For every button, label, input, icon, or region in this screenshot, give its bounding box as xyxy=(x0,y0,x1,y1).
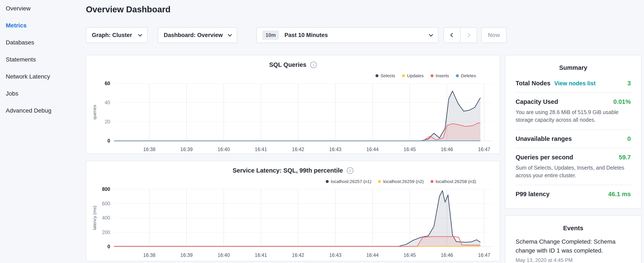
dashboard-label: Dashboard: Overview xyxy=(164,32,223,39)
chevron-right-icon xyxy=(466,33,470,37)
p99-latency-label: P99 latency xyxy=(516,191,550,198)
service-latency-panel: Service Latency: SQL, 99th percentile i … xyxy=(86,161,500,261)
sidebar-nav: Overview Metrics Databases Statements Ne… xyxy=(0,0,81,263)
admin-ui-root: Overview Metrics Databases Statements Ne… xyxy=(0,0,644,263)
sidebar-item-databases[interactable]: Databases xyxy=(6,34,81,51)
chevron-down-icon xyxy=(138,32,142,37)
svg-text:16:43: 16:43 xyxy=(329,252,342,258)
chevron-down-icon xyxy=(228,32,232,37)
svg-text:queries: queries xyxy=(92,105,97,120)
time-range-label: Past 10 Minutes xyxy=(284,32,328,39)
summary-body: Total Nodes View nodes list 3 Capacity U… xyxy=(506,74,641,203)
svg-text:16:39: 16:39 xyxy=(180,147,193,152)
svg-text:16:42: 16:42 xyxy=(292,147,304,152)
svg-text:16:38: 16:38 xyxy=(143,252,156,258)
capacity-used-description: You are using 28.6 MiB of 515.9 GiB usab… xyxy=(516,108,631,124)
sidebar-item-statements[interactable]: Statements xyxy=(6,51,81,68)
events-panel: Events Schema Change Completed: Schema c… xyxy=(505,215,642,263)
svg-text:600: 600 xyxy=(102,201,110,206)
sidebar-item-overview[interactable]: Overview xyxy=(6,0,81,17)
events-title: Events xyxy=(506,216,641,235)
event-message: Schema Change Completed: Schema change w… xyxy=(516,237,631,255)
svg-text:16:41: 16:41 xyxy=(255,252,267,258)
summary-title: Summary xyxy=(506,55,641,74)
summary-row-capacity-used: Capacity Used 0.01% You are using 28.6 M… xyxy=(516,93,631,130)
svg-text:60: 60 xyxy=(104,81,110,86)
capacity-used-value: 0.01% xyxy=(614,98,631,105)
sidebar-item-metrics[interactable]: Metrics xyxy=(6,17,81,34)
svg-text:0: 0 xyxy=(107,244,110,249)
svg-text:16:41: 16:41 xyxy=(255,147,267,152)
time-range-badge: 10m xyxy=(262,31,279,40)
svg-text:16:40: 16:40 xyxy=(218,147,230,152)
svg-text:20: 20 xyxy=(104,119,110,124)
svg-text:200: 200 xyxy=(102,229,110,235)
event-timestamp: May 13, 2020 at 4:45 PM xyxy=(516,257,631,263)
time-back-button[interactable] xyxy=(444,27,460,43)
svg-text:0: 0 xyxy=(107,138,110,144)
view-nodes-list-link[interactable]: View nodes list xyxy=(554,80,596,87)
sidebar-item-advanced-debug[interactable]: Advanced Debug xyxy=(6,102,81,119)
chevron-down-icon xyxy=(429,32,433,37)
time-range-dropdown[interactable]: 10m Past 10 Minutes xyxy=(256,27,438,43)
time-forward-button[interactable] xyxy=(460,27,477,43)
sql-queries-panel: SQL Queries i SelectsUpdatesInsertsDelet… xyxy=(86,55,500,154)
graph-scope-label: Graph: Cluster xyxy=(92,32,132,39)
time-pager xyxy=(444,27,477,43)
dashboard-dropdown[interactable]: Dashboard: Overview xyxy=(158,27,237,43)
summary-row-p99-latency: P99 latency 46.1 ms xyxy=(516,185,631,203)
svg-text:40: 40 xyxy=(104,100,110,105)
svg-text:latency (ms): latency (ms) xyxy=(92,206,97,230)
svg-text:16:47: 16:47 xyxy=(478,147,490,152)
now-button-label: Now xyxy=(488,32,500,39)
page-title: Overview Dashboard xyxy=(86,5,170,14)
qps-description: Sum of Selects, Updates, Inserts, and De… xyxy=(516,164,631,179)
svg-text:16:46: 16:46 xyxy=(441,147,453,152)
capacity-used-label: Capacity Used xyxy=(516,98,558,105)
svg-text:16:43: 16:43 xyxy=(329,147,342,152)
svg-text:16:45: 16:45 xyxy=(404,252,416,258)
svg-text:16:38: 16:38 xyxy=(143,147,156,152)
svg-text:16:46: 16:46 xyxy=(441,252,453,258)
svg-text:16:45: 16:45 xyxy=(404,147,416,152)
svg-text:400: 400 xyxy=(102,215,110,221)
svg-text:16:40: 16:40 xyxy=(218,252,230,258)
sql-queries-chart: 020406016:3816:3916:4016:4116:4216:4316:… xyxy=(86,55,500,153)
sidebar-item-jobs[interactable]: Jobs xyxy=(6,85,81,102)
p99-latency-value: 46.1 ms xyxy=(608,191,631,198)
svg-text:16:42: 16:42 xyxy=(292,252,304,258)
now-button[interactable]: Now xyxy=(481,27,506,43)
unavailable-ranges-value: 0 xyxy=(628,135,631,142)
svg-text:800: 800 xyxy=(102,186,110,192)
total-nodes-value: 3 xyxy=(628,80,631,87)
unavailable-ranges-label: Unavailable ranges xyxy=(516,135,572,142)
svg-text:16:44: 16:44 xyxy=(366,252,379,258)
summary-row-total-nodes: Total Nodes View nodes list 3 xyxy=(516,74,631,93)
svg-text:16:47: 16:47 xyxy=(478,252,490,258)
svg-text:16:39: 16:39 xyxy=(180,252,193,258)
qps-label: Queries per second xyxy=(516,154,573,161)
svg-text:16:44: 16:44 xyxy=(366,147,379,152)
summary-row-queries-per-second: Queries per second 59.7 Sum of Selects, … xyxy=(516,148,631,185)
summary-panel: Summary Total Nodes View nodes list 3 Ca… xyxy=(505,55,642,209)
service-latency-chart: 020040060080016:3816:3916:4016:4116:4216… xyxy=(86,161,500,261)
sidebar-item-network-latency[interactable]: Network Latency xyxy=(6,68,81,85)
graph-scope-dropdown[interactable]: Graph: Cluster xyxy=(86,27,148,43)
qps-value: 59.7 xyxy=(619,154,631,161)
event-list-item: Schema Change Completed: Schema change w… xyxy=(516,237,631,263)
summary-row-unavailable-ranges: Unavailable ranges 0 xyxy=(516,130,631,148)
events-body: Schema Change Completed: Schema change w… xyxy=(506,237,641,263)
total-nodes-label: Total Nodes xyxy=(516,80,550,87)
chevron-left-icon xyxy=(450,33,454,37)
